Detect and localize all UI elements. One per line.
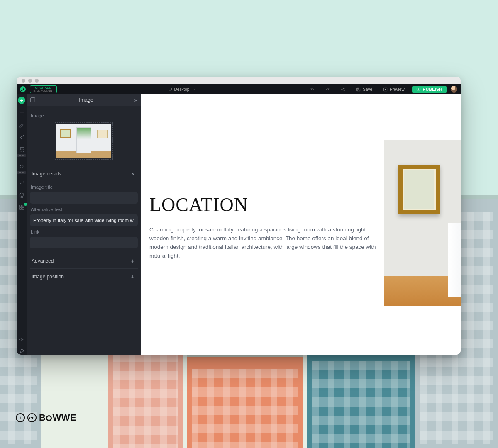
chevron-down-icon (191, 87, 196, 92)
link-label: Link (31, 229, 137, 234)
monitor-icon (168, 87, 172, 92)
publish-label: PUBLISH (423, 87, 442, 92)
svg-rect-11 (19, 208, 21, 209)
image-details-label: Image details (32, 171, 61, 177)
svg-point-2 (344, 88, 345, 88)
redo-button[interactable] (322, 86, 333, 93)
beta-badge-2: BETA (17, 171, 25, 174)
save-label: Save (363, 87, 372, 92)
heading: LOCATION (149, 194, 382, 216)
viewport-label: Desktop (174, 87, 190, 92)
upgrade-button[interactable]: UPGRADE FREE ACCOUNT (30, 85, 57, 93)
svg-rect-9 (19, 205, 21, 207)
image-title-label: Image title (31, 185, 137, 190)
save-button[interactable]: Save (353, 86, 376, 93)
app-logo-icon[interactable] (20, 86, 26, 92)
undo-button[interactable] (307, 86, 318, 93)
attribution-icon: i (16, 413, 25, 422)
traffic-min[interactable] (28, 79, 32, 83)
traffic-close[interactable] (22, 79, 25, 83)
edit-icon[interactable] (19, 122, 25, 128)
cc-icon: cc (27, 413, 37, 422)
share-icon (341, 87, 345, 92)
undo-icon (310, 87, 315, 92)
link-input[interactable] (30, 237, 138, 248)
image-position-label: Image position (32, 274, 64, 280)
image-position-section[interactable]: Image position + (30, 268, 138, 284)
crm-icon[interactable] (19, 163, 25, 169)
paragraph: Charming property for sale in Italy, fea… (149, 226, 382, 261)
settings-icon[interactable] (19, 336, 25, 343)
collapse-icon[interactable] (30, 97, 36, 103)
image-details-section[interactable]: Image details × (30, 166, 138, 181)
canvas-image[interactable] (384, 140, 461, 306)
preview-button[interactable]: Preview (380, 86, 408, 93)
alt-text-input[interactable] (30, 214, 138, 226)
close-icon: × (129, 170, 136, 177)
plus-icon: + (129, 273, 136, 280)
share-button[interactable] (337, 86, 349, 93)
image-title-input[interactable] (30, 192, 138, 204)
framed-picture (398, 165, 440, 214)
brand-name: BWWE (39, 412, 76, 423)
user-avatar[interactable] (451, 86, 457, 93)
apps-icon[interactable] (19, 204, 25, 210)
traffic-max[interactable] (35, 79, 39, 83)
brush-icon[interactable] (19, 134, 25, 140)
svg-rect-12 (22, 208, 24, 209)
properties-panel: Image × Image Image details × Image titl… (27, 94, 141, 355)
cart-icon[interactable] (19, 146, 25, 152)
add-button[interactable]: + (18, 97, 25, 104)
publish-button[interactable]: PUBLISH (412, 86, 447, 93)
advanced-label: Advanced (32, 258, 54, 264)
svg-rect-10 (22, 205, 24, 207)
svg-point-13 (21, 339, 22, 341)
panel-header: Image × (27, 94, 141, 106)
publish-icon (416, 87, 421, 92)
app-topbar: UPGRADE FREE ACCOUNT Desktop Save Previe… (17, 84, 461, 94)
svg-rect-14 (31, 98, 35, 102)
image-thumbnail[interactable] (55, 122, 113, 160)
redo-icon (325, 87, 330, 92)
save-icon (356, 87, 361, 92)
panel-title: Image (38, 97, 134, 103)
plus-icon: + (129, 257, 136, 264)
svg-point-3 (344, 90, 345, 91)
svg-point-1 (342, 89, 342, 90)
svg-point-7 (20, 151, 21, 152)
close-panel-button[interactable]: × (134, 97, 138, 104)
preview-label: Preview (390, 87, 405, 92)
viewport-selector[interactable]: Desktop (164, 86, 200, 93)
upgrade-line2: FREE ACCOUNT (33, 90, 54, 92)
alt-text-label: Alternative text (31, 207, 137, 212)
pin-icon[interactable] (19, 348, 25, 355)
analytics-icon[interactable] (19, 180, 25, 186)
editor-canvas[interactable]: LOCATION Charming property for sale in I… (141, 94, 461, 355)
svg-point-8 (23, 151, 24, 152)
svg-rect-6 (20, 111, 24, 115)
window-titlebar (17, 77, 461, 84)
upgrade-line1: UPGRADE (33, 86, 54, 90)
left-rail: + BETA BETA (17, 94, 27, 355)
beta-badge-1: BETA (17, 154, 25, 157)
pages-icon[interactable] (19, 110, 25, 116)
play-icon (383, 87, 388, 92)
text-block[interactable]: LOCATION Charming property for sale in I… (149, 194, 382, 261)
image-section-label: Image (31, 113, 137, 118)
watermark: i cc BWWE (16, 412, 76, 423)
advanced-section[interactable]: Advanced + (30, 253, 138, 268)
svg-rect-0 (168, 88, 171, 90)
layers-icon[interactable] (19, 192, 25, 198)
browser-window: UPGRADE FREE ACCOUNT Desktop Save Previe… (17, 77, 461, 355)
